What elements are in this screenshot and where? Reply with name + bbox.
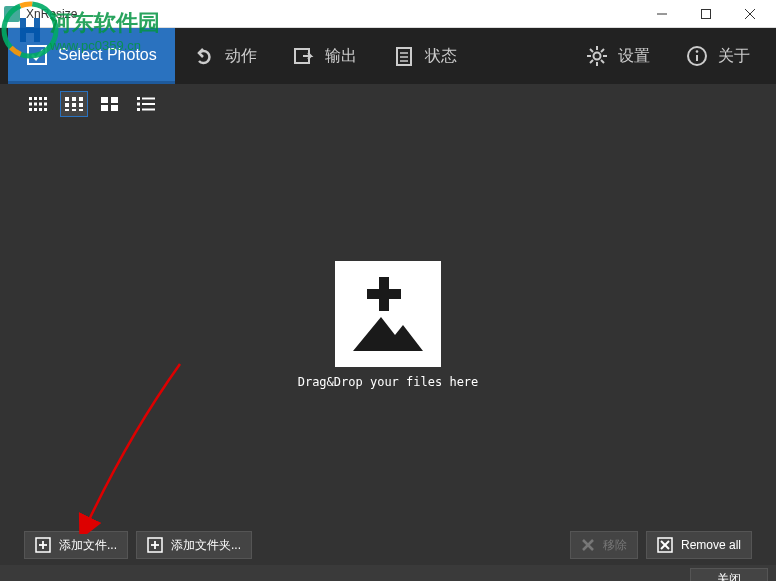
clipboard-icon <box>393 45 415 67</box>
svg-rect-36 <box>79 97 83 101</box>
view-medium-grid-button[interactable] <box>60 91 88 117</box>
button-label: 关闭 <box>717 571 741 582</box>
view-list-button[interactable] <box>132 91 160 117</box>
svg-rect-47 <box>137 97 140 100</box>
svg-rect-43 <box>101 97 108 103</box>
svg-rect-30 <box>29 108 32 111</box>
svg-rect-48 <box>142 98 155 100</box>
drop-image-icon <box>335 261 441 367</box>
svg-rect-4 <box>28 46 46 64</box>
svg-rect-22 <box>29 97 32 100</box>
tab-label: 设置 <box>618 46 650 67</box>
svg-rect-38 <box>72 103 76 107</box>
tab-action[interactable]: 动作 <box>175 28 275 84</box>
bottom-toolbar: 添加文件... 添加文件夹... 移除 Remove all <box>0 525 776 565</box>
svg-rect-33 <box>44 108 47 111</box>
svg-rect-26 <box>29 103 32 106</box>
tab-select-photos[interactable]: Select Photos <box>8 28 175 84</box>
svg-rect-40 <box>65 109 69 111</box>
app-icon <box>4 6 20 22</box>
svg-rect-51 <box>137 108 140 111</box>
tab-label: Select Photos <box>58 46 157 64</box>
svg-rect-42 <box>79 109 83 111</box>
main-toolbar: Select Photos 动作 输出 状态 设置 关于 <box>0 28 776 84</box>
add-file-icon <box>35 537 51 553</box>
export-icon <box>293 45 315 67</box>
close-window-button[interactable] <box>728 0 772 28</box>
add-file-button[interactable]: 添加文件... <box>24 531 128 559</box>
remove-all-button[interactable]: Remove all <box>646 531 752 559</box>
svg-line-16 <box>601 60 604 63</box>
button-label: Remove all <box>681 538 741 552</box>
footer: 关闭 <box>0 565 776 581</box>
view-large-grid-button[interactable] <box>96 91 124 117</box>
undo-icon <box>193 45 215 67</box>
maximize-button[interactable] <box>684 0 728 28</box>
tab-output[interactable]: 输出 <box>275 28 375 84</box>
svg-rect-32 <box>39 108 42 111</box>
window-title: XnResize <box>26 7 640 21</box>
view-small-grid-button[interactable] <box>24 91 52 117</box>
svg-rect-24 <box>39 97 42 100</box>
tab-about[interactable]: 关于 <box>668 28 768 84</box>
button-label: 添加文件... <box>59 537 117 554</box>
svg-rect-45 <box>101 105 108 111</box>
svg-rect-39 <box>79 103 83 107</box>
tab-label: 输出 <box>325 46 357 67</box>
remove-icon <box>581 538 595 552</box>
remove-button[interactable]: 移除 <box>570 531 638 559</box>
drop-hint-text: Drag&Drop your files here <box>298 375 479 389</box>
svg-rect-37 <box>65 103 69 107</box>
svg-rect-28 <box>39 103 42 106</box>
svg-rect-27 <box>34 103 37 106</box>
add-folder-icon <box>147 537 163 553</box>
add-folder-button[interactable]: 添加文件夹... <box>136 531 252 559</box>
svg-rect-41 <box>72 109 76 111</box>
tab-settings[interactable]: 设置 <box>568 28 668 84</box>
titlebar: XnResize <box>0 0 776 28</box>
svg-rect-29 <box>44 103 47 106</box>
svg-line-18 <box>590 60 593 63</box>
svg-rect-35 <box>72 97 76 101</box>
remove-all-icon <box>657 537 673 553</box>
svg-rect-25 <box>44 97 47 100</box>
svg-rect-34 <box>65 97 69 101</box>
view-toolbar <box>0 84 776 124</box>
svg-marker-55 <box>353 317 423 351</box>
svg-line-15 <box>590 49 593 52</box>
svg-point-10 <box>594 53 601 60</box>
minimize-button[interactable] <box>640 0 684 28</box>
svg-point-20 <box>696 50 699 53</box>
svg-line-17 <box>601 49 604 52</box>
svg-rect-46 <box>111 105 118 111</box>
tab-status[interactable]: 状态 <box>375 28 475 84</box>
svg-rect-31 <box>34 108 37 111</box>
svg-rect-23 <box>34 97 37 100</box>
button-label: 移除 <box>603 537 627 554</box>
info-icon <box>686 45 708 67</box>
tab-label: 动作 <box>225 46 257 67</box>
svg-rect-1 <box>702 9 711 18</box>
svg-rect-52 <box>142 109 155 111</box>
tab-label: 关于 <box>718 46 750 67</box>
gear-icon <box>586 45 608 67</box>
drop-zone[interactable]: Drag&Drop your files here <box>0 124 776 525</box>
check-icon <box>26 44 48 66</box>
close-button[interactable]: 关闭 <box>690 568 768 581</box>
svg-rect-49 <box>137 103 140 106</box>
button-label: 添加文件夹... <box>171 537 241 554</box>
svg-rect-50 <box>142 103 155 105</box>
svg-rect-44 <box>111 97 118 103</box>
annotation-arrow <box>70 354 190 534</box>
tab-label: 状态 <box>425 46 457 67</box>
svg-rect-54 <box>367 289 401 299</box>
